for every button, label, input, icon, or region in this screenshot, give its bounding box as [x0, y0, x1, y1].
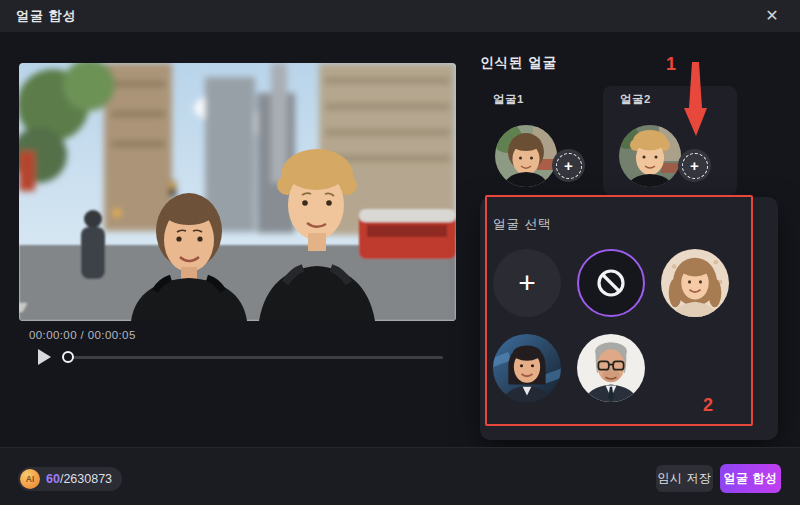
face1-label: 얼굴1 [493, 92, 524, 107]
credits-used: 60 [46, 472, 60, 486]
face-merge-dialog: 얼굴 합성 ✕ [0, 0, 800, 505]
prohibit-icon [579, 251, 643, 315]
ai-coin-icon: AI [20, 469, 40, 489]
face1-thumbnail[interactable] [495, 125, 557, 187]
seek-track[interactable] [70, 356, 443, 359]
picker-face-option-woman-anchor[interactable] [493, 334, 561, 402]
recognized-faces-header: 인식된 얼굴 [480, 54, 557, 72]
picker-face-option-woman-curly[interactable] [661, 249, 729, 317]
footer-bar: AI 60 /2630873 임시 저장 얼굴 합성 [0, 447, 800, 505]
video-preview[interactable] [19, 63, 456, 321]
picker-add-face-button[interactable]: + [493, 249, 561, 317]
temp-save-button[interactable]: 임시 저장 [656, 465, 713, 492]
face-picker-title: 얼굴 선택 [493, 216, 551, 233]
credits-total: /2630873 [60, 472, 112, 486]
plus-icon: + [518, 268, 536, 298]
picker-face-option-man-glasses[interactable] [577, 334, 645, 402]
playback-time: 00:00:00 / 00:00:05 [29, 329, 136, 341]
face-merge-button[interactable]: 얼굴 합성 [720, 464, 781, 493]
play-button[interactable] [38, 349, 51, 365]
face2-label: 얼굴2 [620, 92, 651, 107]
picker-no-face-option-selected[interactable] [577, 249, 645, 317]
face2-add-button[interactable]: + [678, 149, 711, 182]
annotation-step1: 1 [666, 54, 676, 75]
dialog-title: 얼굴 합성 [16, 0, 77, 32]
plus-icon: + [556, 153, 582, 179]
face1-add-button[interactable]: + [552, 149, 585, 182]
credits-pill: AI 60 /2630873 [18, 467, 122, 491]
plus-icon: + [682, 153, 708, 179]
titlebar: 얼굴 합성 ✕ [0, 0, 800, 32]
close-icon[interactable]: ✕ [760, 0, 784, 32]
face2-thumbnail[interactable] [619, 125, 681, 187]
video-frame-scene [19, 63, 456, 321]
seek-handle[interactable] [62, 351, 74, 363]
annotation-step2: 2 [703, 395, 713, 416]
face-picker-popup: 얼굴 선택 + [480, 197, 778, 440]
